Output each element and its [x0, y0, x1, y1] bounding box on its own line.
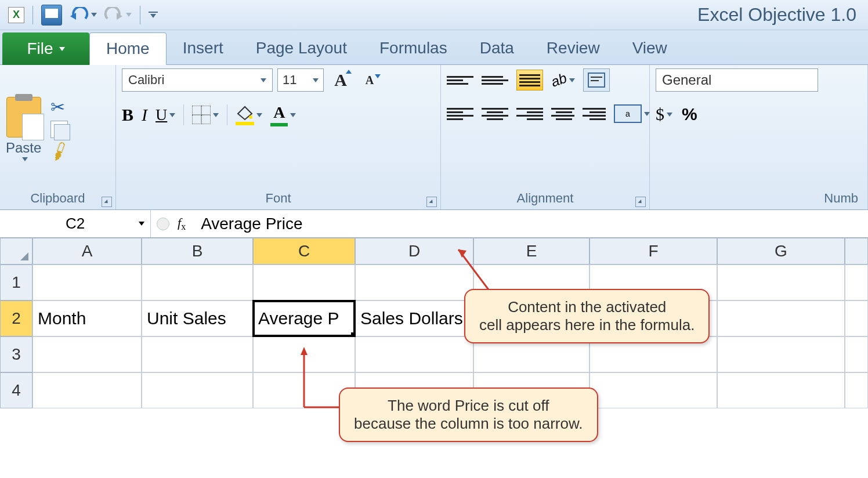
cell-B2[interactable]: Unit Sales	[142, 300, 253, 336]
cell-F4[interactable]	[589, 372, 717, 408]
file-tab[interactable]: File	[2, 32, 89, 65]
paste-button[interactable]: Paste	[6, 97, 41, 161]
tab-review[interactable]: Review	[530, 32, 616, 64]
font-name-value: Calibri	[128, 73, 164, 88]
select-all-corner[interactable]	[0, 238, 32, 265]
formula-input[interactable]: Average Price	[201, 215, 302, 233]
cell-A4[interactable]	[32, 372, 142, 408]
col-header-C[interactable]: C	[253, 238, 355, 265]
cell-H2[interactable]	[845, 300, 868, 336]
row-header-4[interactable]: 4	[0, 372, 32, 408]
redo-button[interactable]	[100, 7, 135, 23]
cell-A3[interactable]	[32, 336, 142, 372]
group-number: General $ % Numb	[650, 65, 868, 209]
cell-B4[interactable]	[142, 372, 253, 408]
chevron-down-icon	[91, 13, 97, 17]
cell-B1[interactable]	[142, 265, 253, 300]
tab-page-layout[interactable]: Page Layout	[240, 32, 363, 64]
col-header-A[interactable]: A	[32, 238, 142, 265]
fill-color-button[interactable]	[236, 104, 262, 125]
cell-C2[interactable]: Average P	[253, 300, 355, 336]
cell-D2[interactable]: Sales Dollars	[355, 300, 473, 336]
bucket-icon	[236, 104, 254, 121]
undo-button[interactable]	[66, 7, 100, 23]
cell-A2[interactable]: Month	[32, 300, 142, 336]
align-top-button[interactable]	[447, 70, 473, 90]
font-launcher[interactable]	[426, 197, 437, 207]
group-clipboard: Paste ✂ 🖌 Clipboard	[0, 65, 116, 209]
formula-bar: C2 fx Average Price	[0, 210, 868, 238]
name-box-value: C2	[66, 215, 85, 233]
chevron-down-icon	[667, 113, 672, 117]
cell-A1[interactable]	[32, 265, 142, 300]
tab-view[interactable]: View	[616, 32, 683, 64]
cell-G2[interactable]	[717, 300, 845, 336]
accounting-format-button[interactable]: $	[656, 104, 672, 124]
document-title: Excel Objective 1.0	[697, 4, 856, 26]
col-header-G[interactable]: G	[717, 238, 845, 265]
borders-button[interactable]	[192, 106, 219, 124]
font-size-dropdown[interactable]: 11	[277, 68, 324, 92]
cell-H4[interactable]	[845, 372, 868, 408]
merge-center-button[interactable]: a	[614, 104, 650, 123]
wrap-icon	[587, 72, 606, 88]
name-box[interactable]: C2	[0, 210, 151, 237]
save-button[interactable]	[38, 5, 66, 26]
orientation-button[interactable]: ab	[551, 72, 575, 88]
font-color-button[interactable]: A	[270, 103, 296, 126]
cut-button[interactable]: ✂	[50, 97, 68, 117]
cell-G4[interactable]	[717, 372, 845, 408]
tab-home[interactable]: Home	[89, 32, 167, 65]
underline-button[interactable]: U	[155, 106, 175, 124]
cell-B3[interactable]	[142, 336, 253, 372]
align-center-button[interactable]	[482, 103, 508, 124]
row-header-2[interactable]: 2	[0, 300, 32, 336]
shrink-font-button[interactable]: A	[357, 68, 382, 92]
cell-H1[interactable]	[845, 265, 868, 300]
annotation-callout-2: The word Price is cut off because the co…	[339, 388, 598, 442]
excel-menu-button[interactable]: X	[5, 7, 28, 23]
font-color-swatch	[270, 123, 288, 126]
chevron-down-icon	[644, 112, 650, 116]
orientation-icon: ab	[549, 70, 569, 90]
cell-H3[interactable]	[845, 336, 868, 372]
align-middle-button[interactable]	[482, 70, 508, 90]
tab-formulas[interactable]: Formulas	[363, 32, 464, 64]
insert-function-button[interactable]: fx	[178, 215, 186, 232]
grow-font-button[interactable]: A	[328, 68, 353, 92]
alignment-launcher[interactable]	[635, 197, 646, 207]
customize-qat-button[interactable]	[145, 12, 161, 18]
align-bottom-button[interactable]	[516, 70, 543, 90]
format-painter-button[interactable]: 🖌	[48, 139, 72, 164]
cell-G1[interactable]	[717, 265, 845, 300]
align-right-button[interactable]	[516, 103, 543, 124]
col-header-F[interactable]: F	[589, 238, 717, 265]
col-header-partial[interactable]	[845, 238, 868, 265]
row-header-1[interactable]: 1	[0, 265, 32, 300]
cell-C1[interactable]	[253, 265, 355, 300]
clipboard-launcher[interactable]	[102, 197, 112, 207]
number-format-dropdown[interactable]: General	[656, 68, 818, 92]
row-1: 1	[0, 265, 868, 300]
chevron-down-icon	[569, 78, 575, 82]
align-left-button[interactable]	[447, 103, 473, 124]
wrap-text-button[interactable]	[583, 68, 610, 92]
italic-button[interactable]: I	[142, 105, 147, 125]
col-header-B[interactable]: B	[142, 238, 253, 265]
percent-format-button[interactable]: %	[682, 104, 697, 124]
cancel-icon[interactable]	[157, 218, 169, 230]
font-color-icon: A	[273, 103, 285, 122]
tab-data[interactable]: Data	[464, 32, 530, 64]
chevron-down-icon	[256, 113, 262, 117]
group-label-number: Numb	[656, 190, 862, 207]
decrease-indent-button[interactable]	[551, 103, 574, 124]
copy-button[interactable]	[50, 121, 68, 138]
merge-icon: a	[614, 104, 642, 123]
cell-G3[interactable]	[717, 336, 845, 372]
cell-D3[interactable]	[355, 336, 473, 372]
row-header-3[interactable]: 3	[0, 336, 32, 372]
bold-button[interactable]: B	[122, 105, 133, 125]
font-name-dropdown[interactable]: Calibri	[122, 68, 273, 92]
tab-insert[interactable]: Insert	[167, 32, 240, 64]
increase-indent-button[interactable]	[583, 103, 606, 124]
